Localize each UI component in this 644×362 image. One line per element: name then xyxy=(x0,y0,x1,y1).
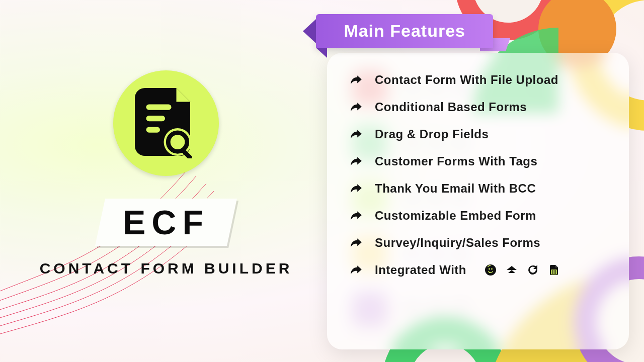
sheets-icon xyxy=(548,264,560,276)
feature-item: Conditional Based Forms xyxy=(350,100,606,114)
recaptcha-icon xyxy=(527,264,539,276)
product-acronym: ECF xyxy=(123,203,209,242)
logo-badge xyxy=(113,70,219,176)
share-arrow-icon xyxy=(350,73,363,86)
product-intro: ECF CONTACT FORM BUILDER xyxy=(30,70,302,277)
feature-item: Contact Form With File Upload xyxy=(350,73,606,87)
integration-icons xyxy=(485,264,560,276)
feature-item: Drag & Drop Fields xyxy=(350,127,606,141)
svg-rect-2 xyxy=(146,127,160,133)
features-card: Contact Form With File UploadConditional… xyxy=(327,53,629,349)
share-arrow-icon xyxy=(350,101,363,114)
mailchimp-icon xyxy=(485,264,497,276)
svg-rect-0 xyxy=(146,105,171,110)
share-arrow-icon xyxy=(350,155,363,168)
product-name: CONTACT FORM BUILDER xyxy=(30,260,302,277)
share-arrow-icon xyxy=(350,182,363,195)
feature-item: Survey/Inquiry/Sales Forms xyxy=(350,236,606,250)
klaviyo-icon xyxy=(506,264,518,276)
feature-label: Customer Forms With Tags xyxy=(375,154,537,168)
banner-title: Main Features xyxy=(344,21,465,40)
feature-label: Customizable Embed Form xyxy=(375,209,536,223)
feature-label: Thank You Email With BCC xyxy=(375,182,536,196)
feature-label: Conditional Based Forms xyxy=(375,100,527,114)
features-banner: Main Features xyxy=(316,14,493,48)
feature-label: Drag & Drop Fields xyxy=(375,127,489,141)
share-arrow-icon xyxy=(350,128,363,141)
acronym-badge: ECF xyxy=(95,199,237,246)
share-arrow-icon xyxy=(350,209,363,222)
feature-label: Contact Form With File Upload xyxy=(375,73,558,87)
feature-item: Customer Forms With Tags xyxy=(350,154,606,168)
share-arrow-icon xyxy=(350,263,363,277)
feature-item: Integrated With xyxy=(350,263,606,277)
feature-item: Customizable Embed Form xyxy=(350,209,606,223)
feature-label: Survey/Inquiry/Sales Forms xyxy=(375,236,540,250)
svg-rect-1 xyxy=(146,116,165,121)
document-search-icon xyxy=(135,88,198,158)
share-arrow-icon xyxy=(350,236,363,249)
feature-item: Thank You Email With BCC xyxy=(350,182,606,196)
feature-label: Integrated With xyxy=(375,263,466,277)
